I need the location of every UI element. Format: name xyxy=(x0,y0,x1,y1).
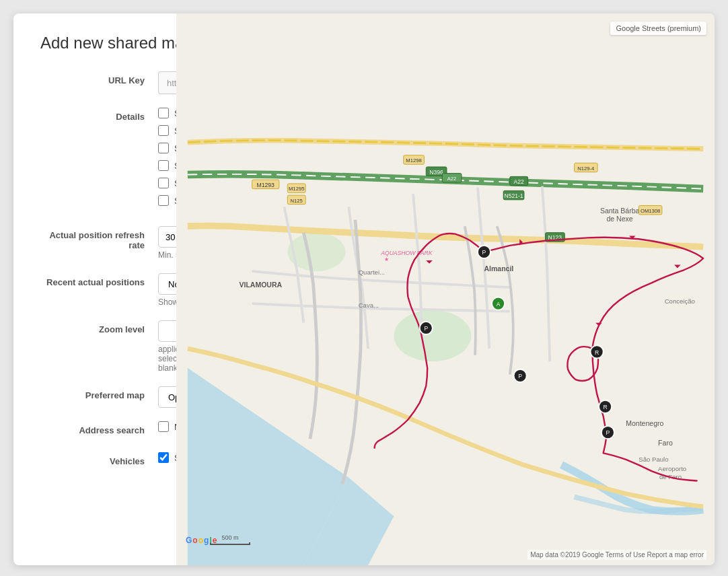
svg-text:VILAMOURA: VILAMOURA xyxy=(239,281,282,289)
svg-text:Cava...: Cava... xyxy=(359,301,379,309)
show-extra1-checkbox[interactable] xyxy=(158,178,169,188)
svg-text:R: R xyxy=(595,349,599,356)
svg-text:N521-1: N521-1 xyxy=(504,192,523,199)
svg-text:P: P xyxy=(482,249,486,256)
map-bottom-bar: Map data ©2019 Google Terms of Use Repor… xyxy=(527,550,706,560)
google-logo: Google xyxy=(186,536,217,545)
svg-text:A22: A22 xyxy=(447,176,457,182)
add-shared-map-card: Add new shared map URL Key https://www.m… xyxy=(13,13,715,565)
svg-text:R: R xyxy=(603,404,607,410)
svg-text:AQUASHOW PARK: AQUASHOW PARK xyxy=(380,250,433,256)
refresh-rate-label: Actual position refresh rate xyxy=(40,226,158,250)
svg-text:M1295: M1295 xyxy=(289,186,304,192)
zoom-level-label: Zoom level xyxy=(40,320,158,334)
svg-text:Conceição: Conceição xyxy=(665,297,695,305)
show-navigate-checkbox[interactable] xyxy=(158,108,169,118)
show-pois-checkbox[interactable] xyxy=(158,160,169,171)
svg-marker-28 xyxy=(595,323,602,326)
svg-text:N129-4: N129-4 xyxy=(577,166,595,172)
svg-text:P: P xyxy=(518,373,522,380)
show-altitude-checkbox[interactable] xyxy=(158,143,169,153)
svg-point-2 xyxy=(394,310,471,362)
map-overlay: M1293 N396 A22 N521-1 N123 VILAMOURA Alm… xyxy=(176,13,715,565)
details-label: Details xyxy=(40,108,158,122)
map-top-bar: Google Streets (premium) xyxy=(610,22,706,35)
svg-text:Montenegro: Montenegro xyxy=(626,419,663,427)
vehicles-label: Vehicles xyxy=(40,452,158,466)
preferred-map-label: Preferred map xyxy=(40,386,158,400)
svg-text:N125: N125 xyxy=(291,198,303,204)
url-key-label: URL Key xyxy=(40,71,158,85)
svg-text:P: P xyxy=(606,429,610,436)
show-extra2-checkbox[interactable] xyxy=(158,195,169,206)
svg-text:N396: N396 xyxy=(429,169,443,176)
svg-text:M1298: M1298 xyxy=(406,157,421,164)
svg-text:Quartei...: Quartei... xyxy=(359,268,385,276)
recent-positions-label: Recent actual positions xyxy=(40,273,158,287)
svg-text:A: A xyxy=(497,301,501,308)
svg-text:P: P xyxy=(424,325,428,332)
svg-text:Faro: Faro xyxy=(658,439,673,447)
svg-text:M1293: M1293 xyxy=(257,182,275,188)
map-background: M1293 N396 A22 N521-1 N123 VILAMOURA Alm… xyxy=(176,13,715,565)
address-search-label: Address search xyxy=(40,421,158,435)
svg-text:A22: A22 xyxy=(514,178,525,185)
show-speed-checkbox[interactable] xyxy=(158,125,169,136)
address-search-checkbox[interactable] xyxy=(158,421,169,432)
svg-text:São Paulo: São Paulo xyxy=(639,456,668,463)
map-svg: M1293 N396 A22 N521-1 N123 VILAMOURA Alm… xyxy=(176,13,715,565)
svg-text:Almancil: Almancil xyxy=(484,264,513,273)
svg-marker-29 xyxy=(426,260,433,264)
svg-text:OM1308: OM1308 xyxy=(641,208,660,214)
scale-text: 500 m xyxy=(221,534,238,541)
vehicles-checkbox[interactable] xyxy=(158,452,169,463)
svg-marker-27 xyxy=(674,265,681,268)
svg-text:★: ★ xyxy=(384,256,389,262)
